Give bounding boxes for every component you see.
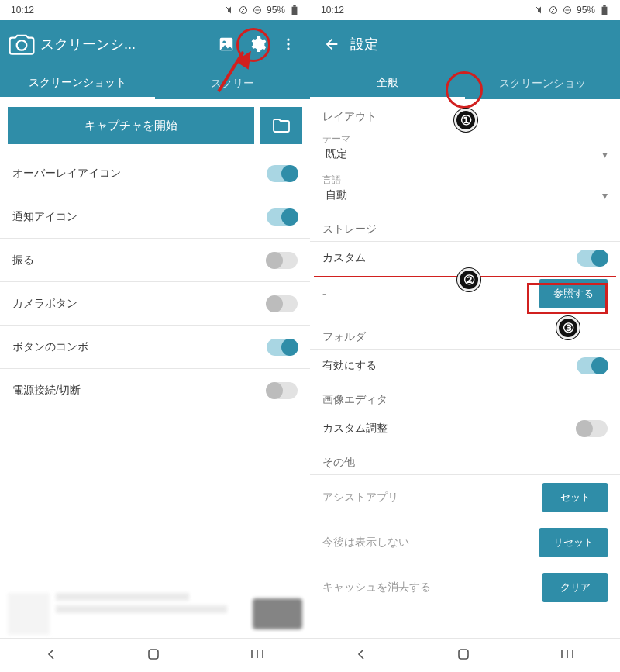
theme-value: 既定 [326,147,347,161]
battery-pct: 95% [577,5,595,16]
clear-button[interactable]: クリア [542,573,608,602]
section-other: その他 [310,445,620,474]
navbar [310,638,620,672]
svg-point-12 [287,47,289,50]
phone-right: 10:12 95% 設定 全般 スクリーンショッ レイアウト テーマ 既定 [310,0,620,672]
section-folder: フォルダ [310,319,620,349]
tabs: スクリーンショット スクリー [0,68,310,99]
reset-button[interactable]: リセット [539,528,608,557]
nav-back[interactable] [355,648,367,663]
set-button[interactable]: セット [542,483,608,512]
back-icon[interactable] [316,29,347,60]
browse-button[interactable]: 参照する [539,279,608,308]
ad-banner[interactable] [8,593,302,635]
row-storage-path: - 参照する [310,274,620,319]
section-storage: ストレージ [310,212,620,241]
nav-home[interactable] [456,647,470,664]
svg-line-2 [241,8,246,12]
gear-icon[interactable] [242,29,273,60]
navbar [0,638,310,672]
toggle-power[interactable] [267,382,298,399]
tab-general[interactable]: 全般 [310,68,465,99]
toggle-enable-folder[interactable] [577,357,608,374]
toggle-shake[interactable] [267,252,298,269]
battery-icon [290,5,299,15]
tab-screenshot[interactable]: スクリーンショッ [465,68,620,99]
svg-point-10 [287,39,289,41]
mute-icon [225,5,234,15]
row-shake[interactable]: 振る [0,239,310,282]
start-capture-button[interactable]: キャプチャを開始 [8,107,254,144]
svg-rect-23 [603,5,605,7]
app-title: スクリーンシ... [37,35,211,53]
open-folder-button[interactable] [260,107,302,144]
gallery-icon[interactable] [211,29,242,60]
svg-rect-24 [459,650,468,659]
svg-point-11 [287,43,289,45]
theme-label: テーマ [310,129,620,146]
row-camera-label: カメラボタン [12,297,78,311]
toggle-camera[interactable] [267,295,298,312]
row-no-show: 今後は表示しない リセット [310,520,620,565]
nav-home[interactable] [146,647,160,664]
svg-rect-13 [149,650,158,659]
status-bar: 10:12 95% [310,0,620,20]
no-disturb-icon [253,5,262,15]
noshow-label: 今後は表示しない [322,536,409,550]
section-layout: レイアウト [310,99,620,129]
row-clear-cache: キャッシュを消去する クリア [310,565,620,610]
svg-rect-5 [292,7,298,15]
language-value: 自動 [326,188,347,202]
overflow-icon[interactable] [273,29,304,60]
row-custom-storage[interactable]: カスタム [310,242,620,274]
battery-icon [600,5,609,15]
custom-adjust-label: カスタム調整 [322,422,388,436]
toggle-notif[interactable] [267,208,298,226]
row-power-label: 電源接続/切断 [12,384,81,398]
row-camera[interactable]: カメラボタン [0,282,310,326]
row-notif-icon[interactable]: 通知アイコン [0,195,310,239]
battery-pct: 95% [267,5,285,16]
toggle-overlay[interactable] [267,165,298,182]
svg-rect-22 [602,7,608,15]
chevron-down-icon: ▾ [602,148,608,160]
language-dropdown[interactable]: 自動 ▾ [310,187,620,212]
tab-screenrecord[interactable]: スクリー [155,68,310,99]
sync-off-icon [239,5,248,15]
svg-line-17 [536,7,542,13]
row-overlay-icon[interactable]: オーバーレイアイコン [0,152,310,195]
status-bar: 10:12 95% [0,0,310,20]
right-content: レイアウト テーマ 既定 ▾ 言語 自動 ▾ ストレージ カスタム - 参照する [310,99,620,638]
svg-rect-6 [293,5,295,7]
row-notif-label: 通知アイコン [12,210,78,224]
row-assist-app: アシストアプリ セット [310,475,620,520]
phone-left: 10:12 95% スクリーンシ... [0,0,310,672]
theme-dropdown[interactable]: 既定 ▾ [310,146,620,171]
nav-recents[interactable] [250,648,265,663]
tab-screenshots[interactable]: スクリーンショット [0,68,155,99]
custom-storage-label: カスタム [322,251,366,265]
status-time: 10:12 [321,5,344,16]
clear-cache-label: キャッシュを消去する [322,581,431,594]
toggle-custom-storage[interactable] [577,250,608,267]
language-label: 言語 [310,171,620,187]
row-shake-label: 振る [12,253,34,267]
toggle-combo[interactable] [267,339,298,356]
nav-back[interactable] [45,648,57,663]
section-editor: 画像エディタ [310,382,620,412]
row-power[interactable]: 電源接続/切断 [0,369,310,412]
row-combo[interactable]: ボタンのコンボ [0,326,310,369]
svg-point-9 [222,40,226,43]
enable-folder-label: 有効にする [322,359,377,373]
appbar: 設定 [310,20,620,68]
nav-recents[interactable] [560,648,575,663]
row-combo-label: ボタンのコンボ [12,340,88,354]
mute-icon [535,5,544,15]
tabs: 全般 スクリーンショッ [310,68,620,99]
row-custom-adjust[interactable]: カスタム調整 [310,412,620,445]
no-disturb-icon [563,5,572,15]
toggle-custom-adjust[interactable] [577,420,608,437]
row-overlay-label: オーバーレイアイコン [12,167,121,181]
storage-path: - [322,288,326,300]
row-enable-folder[interactable]: 有効にする [310,350,620,382]
